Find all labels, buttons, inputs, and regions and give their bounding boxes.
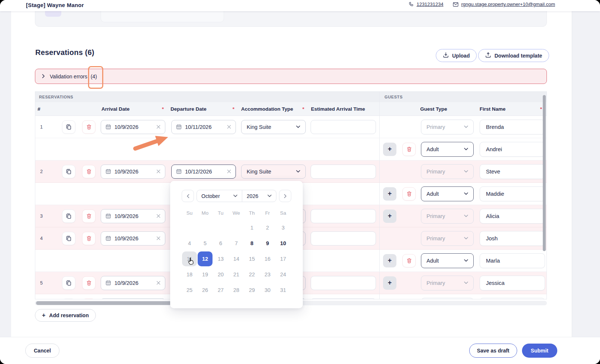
calendar-day-10[interactable]: 10: [276, 236, 291, 251]
clear-icon[interactable]: [156, 281, 160, 285]
add-guest-button[interactable]: +: [383, 187, 396, 201]
copy-reservation-button[interactable]: [62, 209, 75, 223]
calendar-day-13[interactable]: 13: [213, 251, 228, 266]
calendar-day-23[interactable]: 23: [260, 267, 275, 282]
guest-type-select[interactable]: Primary: [421, 231, 474, 246]
first-name-input[interactable]: Brenda: [480, 120, 545, 134]
calendar-day-14[interactable]: 14: [229, 251, 244, 266]
calendar-day-31[interactable]: 31: [276, 283, 291, 298]
add-guest-button[interactable]: +: [383, 254, 396, 267]
arrival-date-input[interactable]: 10/9/2026: [101, 209, 165, 223]
delete-guest-button[interactable]: [402, 187, 416, 201]
calendar-day-7[interactable]: 7: [229, 236, 244, 251]
first-name-input[interactable]: Josh: [480, 231, 545, 246]
add-guest-button[interactable]: +: [383, 276, 396, 290]
estimated-arrival-time-input[interactable]: [311, 165, 376, 179]
departure-date-input[interactable]: 10/12/2026: [171, 165, 236, 179]
first-name-input[interactable]: Andrei: [480, 142, 545, 157]
phone-link[interactable]: 1231231234: [409, 1, 443, 7]
guest-type-select[interactable]: Primary: [421, 164, 474, 179]
guest-type-select[interactable]: Adult: [421, 142, 474, 157]
calendar-day-19[interactable]: 19: [198, 267, 213, 282]
upload-button[interactable]: Upload: [436, 49, 477, 62]
guest-type-select[interactable]: Primary: [421, 120, 474, 134]
calendar-day-28[interactable]: 28: [229, 283, 244, 298]
calendar-day-11[interactable]: 11: [182, 251, 197, 266]
calendar-day-18[interactable]: 18: [182, 267, 197, 282]
delete-reservation-button[interactable]: [82, 209, 95, 223]
departure-date-input[interactable]: 10/11/2026: [171, 120, 236, 134]
calendar-day-6[interactable]: 6: [213, 236, 228, 251]
calendar-day-17[interactable]: 17: [276, 251, 291, 266]
calendar-next-button[interactable]: [279, 190, 291, 202]
clear-icon[interactable]: [156, 236, 160, 240]
estimated-arrival-time-input[interactable]: [311, 209, 376, 223]
first-name-input[interactable]: Maddie: [480, 186, 545, 201]
cancel-button[interactable]: Cancel: [25, 344, 59, 358]
accommodation-type-select[interactable]: King Suite: [241, 165, 306, 179]
calendar-day-16[interactable]: 16: [260, 251, 275, 266]
add-guest-button[interactable]: +: [383, 143, 396, 156]
calendar-day-21[interactable]: 21: [229, 267, 244, 282]
calendar-day-20[interactable]: 20: [213, 267, 228, 282]
calendar-day-27[interactable]: 27: [213, 283, 228, 298]
first-name-input[interactable]: Alicia: [480, 209, 545, 224]
copy-reservation-button[interactable]: [62, 165, 75, 178]
estimated-arrival-time-input[interactable]: [311, 298, 376, 300]
delete-reservation-button[interactable]: [82, 165, 95, 178]
submit-button[interactable]: Submit: [522, 344, 557, 358]
delete-guest-button[interactable]: [402, 143, 416, 156]
estimated-arrival-time-input[interactable]: [311, 231, 376, 246]
calendar-day-5[interactable]: 5: [198, 236, 213, 251]
delete-reservation-button[interactable]: [82, 120, 95, 134]
guest-type-select[interactable]: Adult: [421, 186, 474, 201]
calendar-day-12[interactable]: 12: [198, 251, 213, 266]
arrival-date-input[interactable]: [101, 298, 165, 300]
clear-icon[interactable]: [156, 125, 160, 129]
copy-reservation-button[interactable]: [62, 120, 75, 134]
calendar-year-select[interactable]: 2026: [242, 190, 276, 202]
guest-type-select[interactable]: Primary: [421, 209, 474, 224]
delete-reservation-button[interactable]: [82, 276, 95, 290]
first-name-input[interactable]: Steve: [480, 164, 545, 179]
calendar-day-25[interactable]: 25: [182, 283, 197, 298]
delete-reservation-button[interactable]: [82, 232, 95, 245]
calendar-day-8[interactable]: 8: [244, 236, 259, 251]
accommodation-type-select[interactable]: King Suite: [241, 120, 306, 134]
email-link[interactable]: rgngu.stage.property.owner+10@gmail.com: [453, 1, 555, 7]
clear-icon[interactable]: [156, 214, 160, 218]
calendar-day-9[interactable]: 9: [260, 236, 275, 251]
copy-reservation-button[interactable]: [62, 276, 75, 290]
first-name-input[interactable]: Jessica: [480, 276, 545, 290]
calendar-day-26[interactable]: 26: [198, 283, 213, 298]
guest-type-select[interactable]: [421, 298, 474, 300]
arrival-date-input[interactable]: 10/9/2026: [101, 276, 165, 290]
delete-reservation-button[interactable]: [82, 299, 95, 300]
calendar-day-1[interactable]: 1: [244, 220, 259, 235]
delete-guest-button[interactable]: [402, 254, 416, 267]
save-as-draft-button[interactable]: Save as draft: [469, 344, 517, 358]
estimated-arrival-time-input[interactable]: [311, 276, 376, 290]
estimated-arrival-time-input[interactable]: [311, 120, 376, 134]
calendar-month-select[interactable]: October: [197, 190, 242, 202]
calendar-prev-button[interactable]: [182, 190, 194, 202]
add-reservation-button[interactable]: + Add reservation: [35, 309, 96, 322]
guest-type-select[interactable]: Primary: [421, 276, 474, 290]
clear-icon[interactable]: [227, 125, 231, 129]
add-guest-button[interactable]: +: [383, 209, 396, 223]
calendar-day-2[interactable]: 2: [260, 220, 275, 235]
download-template-button[interactable]: Download template: [478, 49, 549, 62]
calendar-day-29[interactable]: 29: [244, 283, 259, 298]
clear-icon[interactable]: [227, 169, 231, 173]
arrival-date-input[interactable]: 10/9/2026: [101, 231, 165, 246]
guest-type-select[interactable]: Adult: [421, 253, 474, 268]
first-name-input[interactable]: [480, 298, 545, 300]
first-name-input[interactable]: Marla: [480, 253, 545, 268]
calendar-day-4[interactable]: 4: [182, 236, 197, 251]
copy-reservation-button[interactable]: [62, 299, 75, 300]
calendar-day-3[interactable]: 3: [276, 220, 291, 235]
calendar-day-24[interactable]: 24: [276, 267, 291, 282]
validation-errors-banner[interactable]: Validation errors (4): [35, 69, 547, 84]
arrival-date-input[interactable]: 10/9/2026: [101, 165, 165, 179]
vertical-scrollbar-thumb[interactable]: [543, 95, 546, 251]
